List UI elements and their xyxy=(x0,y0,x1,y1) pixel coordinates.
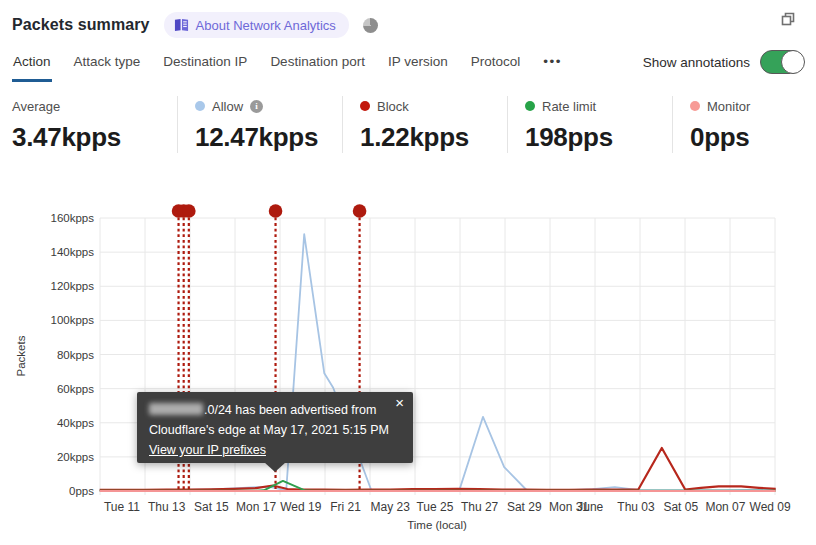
tooltip-arrow xyxy=(264,462,286,472)
y-tick-label: 100kpps xyxy=(51,314,95,326)
tooltip-line-1: .0/24 has been advertised from xyxy=(149,400,401,420)
x-tick-label: Tue 25 xyxy=(416,500,453,514)
x-tick-label: Sat 29 xyxy=(507,500,542,514)
y-axis-title: Packets xyxy=(15,335,27,376)
y-tick-label: 20kpps xyxy=(57,451,94,463)
x-axis-title: Time (local) xyxy=(407,519,467,531)
x-tick-label: Wed 09 xyxy=(750,500,791,514)
annotation-dot[interactable] xyxy=(269,204,283,218)
x-tick-label: Thu 27 xyxy=(461,500,499,514)
x-tick-label: Wed 19 xyxy=(280,500,321,514)
y-tick-label: 80kpps xyxy=(57,349,94,361)
x-tick-label: June xyxy=(577,500,603,514)
x-tick-label: Thu 03 xyxy=(617,500,655,514)
annotation-tooltip: × .0/24 has been advertised from Cloudfl… xyxy=(137,392,413,463)
y-tick-label: 140kpps xyxy=(51,246,95,258)
y-tick-label: 120kpps xyxy=(51,280,95,292)
x-tick-label: Sat 05 xyxy=(663,500,698,514)
x-tick-label: Mon 07 xyxy=(705,500,745,514)
x-tick-label: Mon 17 xyxy=(236,500,276,514)
y-tick-label: 60kpps xyxy=(57,383,94,395)
ip-prefixes-link[interactable]: View your IP prefixes xyxy=(149,443,266,457)
y-tick-label: 0pps xyxy=(69,485,94,497)
y-tick-label: 160kpps xyxy=(51,212,95,224)
annotation-dot[interactable] xyxy=(353,204,367,218)
tooltip-line-2: Cloudflare's edge at May 17, 2021 5:15 P… xyxy=(149,420,401,440)
close-icon[interactable]: × xyxy=(395,395,404,411)
x-tick-label: May 23 xyxy=(371,500,411,514)
x-tick-label: Sat 15 xyxy=(194,500,229,514)
x-tick-label: Tue 11 xyxy=(104,500,140,514)
annotation-dot[interactable] xyxy=(182,204,196,218)
x-tick-label: Fri 21 xyxy=(330,500,361,514)
x-tick-label: Thu 13 xyxy=(148,500,186,514)
packets-line-chart: 160kpps140kpps120kpps100kpps80kpps60kpps… xyxy=(0,0,816,545)
redacted-ip xyxy=(149,403,203,415)
network-analytics-panel: Packets summary About Network Analytics … xyxy=(0,0,816,545)
y-tick-label: 40kpps xyxy=(57,417,94,429)
